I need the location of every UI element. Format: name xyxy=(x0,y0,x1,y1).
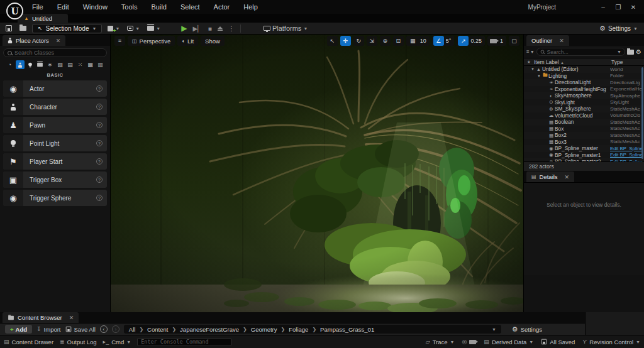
rotate-tool-icon[interactable]: ↻ xyxy=(353,36,364,46)
console-command-input[interactable] xyxy=(141,339,228,345)
menu-tools[interactable]: Tools xyxy=(114,3,145,11)
back-icon[interactable]: ‹ xyxy=(100,325,108,333)
scripted-icon[interactable]: ▤ xyxy=(66,60,75,69)
edit-blueprint-link[interactable]: Edit BP_Spline xyxy=(610,152,644,158)
perspective-dropdown[interactable]: ◫Perspective xyxy=(128,36,175,46)
menu-build[interactable]: Build xyxy=(145,3,174,11)
search-classes-box[interactable] xyxy=(3,48,107,57)
settings-dropdown[interactable]: ⚙ Settings ▼ xyxy=(599,24,638,33)
cinematic-icon[interactable] xyxy=(36,60,45,69)
close-icon[interactable]: ✕ xyxy=(559,38,564,44)
geometry-icon[interactable]: ▧ xyxy=(56,60,65,69)
place-actor-item-player-start[interactable]: ⚑ Player Start ? xyxy=(3,153,107,170)
tab-details[interactable]: ▤ Details ✕ xyxy=(526,171,574,182)
help-icon[interactable]: ? xyxy=(96,122,103,128)
add-button[interactable]: +Add xyxy=(5,325,32,334)
surface-snap-icon[interactable]: ⊡ xyxy=(393,36,404,46)
menu-window[interactable]: Window xyxy=(76,3,114,11)
screenshot-buttons[interactable]: ◎ xyxy=(462,339,477,345)
level-tab-untitled[interactable]: ▲ Untitled xyxy=(18,14,68,23)
platforms-dropdown[interactable]: Platforms ▼ xyxy=(262,24,309,32)
viewport-options-icon[interactable]: ≡ xyxy=(114,36,125,46)
maximize-viewport-icon[interactable]: ▢ xyxy=(509,36,519,46)
place-actor-item-actor[interactable]: ◉ Actor ? xyxy=(3,80,107,97)
world-coordinate-icon[interactable]: ⊕ xyxy=(380,36,391,46)
expander-icon[interactable]: ▼ xyxy=(530,67,535,71)
volumes-icon[interactable]: ▩ xyxy=(86,60,95,69)
help-icon[interactable]: ? xyxy=(96,158,103,165)
lights-icon[interactable] xyxy=(26,60,35,69)
place-actor-item-point-light[interactable]: Point Light ? xyxy=(3,135,107,151)
help-icon[interactable]: ? xyxy=(96,85,103,92)
outliner-row[interactable]: ▼▲Untitled (Editor)World xyxy=(524,66,644,73)
lit-dropdown[interactable]: ◐Lit xyxy=(177,36,198,46)
outliner-row[interactable]: ⊕SM_SkySphereStaticMeshAc xyxy=(524,106,644,112)
close-icon[interactable]: ✕ xyxy=(565,174,570,180)
revision-control-dropdown[interactable]: ϒRevision Control▼ xyxy=(582,339,640,345)
outliner-row[interactable]: ▼LightingFolder xyxy=(524,73,644,80)
console-command-box[interactable] xyxy=(137,338,231,346)
breadcrumb-pampass-grass[interactable]: Pampass_Grass_01 xyxy=(320,326,374,333)
effects-icon[interactable]: ∗ xyxy=(46,60,55,69)
help-icon[interactable]: ? xyxy=(96,177,103,183)
help-icon[interactable]: ? xyxy=(96,104,103,110)
place-actor-item-trigger-sphere[interactable]: ◉ Trigger Sphere ? xyxy=(3,190,107,206)
scale-tool-icon[interactable]: ⇲ xyxy=(367,36,377,46)
cinematics-button[interactable]: ▼ xyxy=(145,26,162,31)
outliner-row[interactable]: ▦Box2StaticMeshAc xyxy=(524,132,644,139)
all-saved-button[interactable]: All Saved xyxy=(541,339,575,345)
outliner-search-input[interactable] xyxy=(547,49,614,55)
menu-edit[interactable]: Edit xyxy=(50,3,76,11)
outliner-row[interactable]: ◉BP_Spline_masterEdit BP_Spline xyxy=(524,145,644,152)
add-actor-button[interactable]: ▼ xyxy=(106,26,121,31)
item-label-column[interactable]: Item Label ▲ xyxy=(534,59,611,65)
menu-help[interactable]: Help xyxy=(236,3,265,11)
import-button[interactable]: ↧Import xyxy=(36,326,60,333)
all-icon[interactable]: ▥ xyxy=(96,60,105,69)
show-dropdown[interactable]: Show xyxy=(201,36,225,46)
outliner-row[interactable]: ◉BP_Spline_master2Edit BP_Spline xyxy=(524,158,644,161)
close-icon[interactable]: ✕ xyxy=(69,315,74,321)
blueprints-button[interactable]: ▼ xyxy=(125,26,142,31)
save-all-button[interactable]: Save All xyxy=(65,326,96,333)
basic-icon[interactable] xyxy=(16,60,25,69)
create-folder-icon[interactable] xyxy=(627,50,634,55)
place-actor-item-character[interactable]: Character ? xyxy=(3,99,107,115)
play-options-kebab[interactable]: ⋮ xyxy=(228,25,235,32)
unreal-logo-icon[interactable]: U xyxy=(6,3,23,19)
expander-icon[interactable]: ▼ xyxy=(536,74,541,78)
help-icon[interactable]: ? xyxy=(96,195,103,201)
save-button[interactable] xyxy=(4,25,14,31)
breadcrumb-all[interactable]: All xyxy=(129,326,136,333)
outliner-search-box[interactable]: ▼ xyxy=(536,48,625,56)
outliner-scrollbar[interactable] xyxy=(641,67,643,159)
tab-content-browser[interactable]: Content Browser ✕ xyxy=(3,312,79,323)
content-browser-settings[interactable]: ⚙Settings xyxy=(512,325,542,334)
type-column[interactable]: Type xyxy=(611,59,644,65)
output-log-button[interactable]: ≣Output Log xyxy=(60,339,97,345)
outliner-row[interactable]: ◉BP_Spline_master1Edit BP_Spline xyxy=(524,152,644,159)
breadcrumb-content[interactable]: Content xyxy=(147,326,168,333)
close-icon[interactable]: ✕ xyxy=(56,38,61,44)
outliner-filter-icon[interactable]: ≡▼ xyxy=(526,49,535,55)
outliner-row[interactable]: ☁VolumetricCloudVolumetricClo xyxy=(524,112,644,119)
close-button[interactable]: ✕ xyxy=(628,4,639,11)
pin-column-icon[interactable]: ★ xyxy=(524,60,534,65)
outliner-row[interactable]: ☀DirectionalLightDirectionalLig xyxy=(524,79,644,86)
place-actor-item-pawn[interactable]: ♟ Pawn ? xyxy=(3,117,107,133)
outliner-row[interactable]: ≈ExponentialHeightFogExponentialHe xyxy=(524,86,644,93)
level-viewport[interactable]: ≡ ◫Perspective ◐Lit Show ↖ ✢ ↻ ⇲ ⊕ ⊡ ▦10… xyxy=(111,35,523,312)
cmd-dropdown[interactable]: ▸_Cmd▼ xyxy=(103,339,131,345)
breadcrumb-japaneseforestgrave[interactable]: JapaneseForestGrave xyxy=(180,326,239,333)
outliner-row[interactable]: ◐SkyAtmosphereSkyAtmosphe xyxy=(524,92,644,99)
trace-dropdown[interactable]: ▱Trace▼ xyxy=(426,339,455,345)
scale-snap-control[interactable]: ↗0.25 xyxy=(457,36,485,46)
recent-icon[interactable]: ◔ xyxy=(6,60,14,69)
outliner-row[interactable]: ⊙SkyLightSkyLight xyxy=(524,99,644,106)
derived-data-dropdown[interactable]: ▤Derived Data▼ xyxy=(484,339,533,345)
menu-select[interactable]: Select xyxy=(174,3,207,11)
breadcrumb-geometry[interactable]: Geometry xyxy=(251,326,277,333)
minimize-button[interactable]: – xyxy=(597,4,609,11)
chevron-down-icon[interactable]: ▼ xyxy=(617,50,621,54)
restore-button[interactable]: ❐ xyxy=(613,4,624,11)
